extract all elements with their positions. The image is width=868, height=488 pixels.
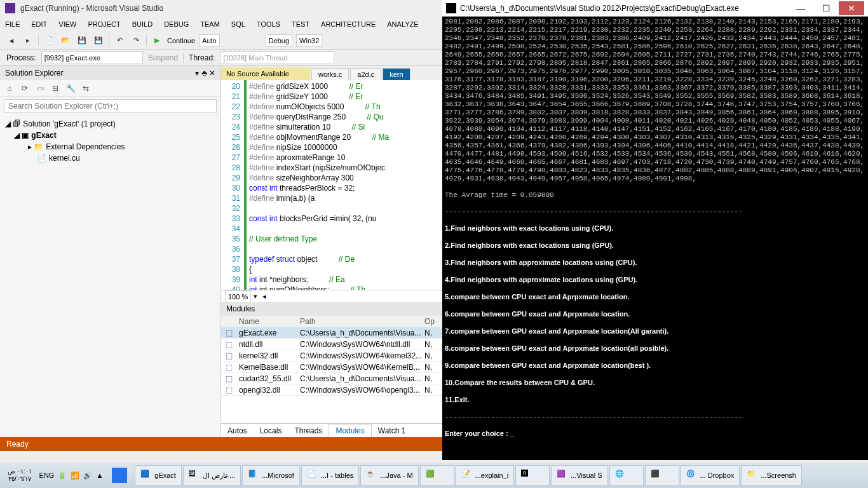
menu-view[interactable]: VIEW <box>58 20 76 28</box>
console-titlebar: C:\Users\a_h_d\Documents\Visual Studio 2… <box>442 0 868 17</box>
tree-project[interactable]: gExact <box>31 131 56 140</box>
start-button[interactable] <box>107 463 132 488</box>
sync-icon[interactable]: ⇆ <box>80 83 92 94</box>
editor-tabs: No Source Available works.c a2d.c kern <box>221 66 442 80</box>
modules-pane: Modules NamePathOp⬚gExact.exeC:\Users\a_… <box>221 302 442 423</box>
new-file-icon[interactable]: 📄 <box>43 34 55 47</box>
solution-tree[interactable]: ◢ 🗐Solution 'gExact' (1 project) ◢ ▣gExa… <box>0 116 220 437</box>
menu-test[interactable]: TEST <box>292 20 309 28</box>
module-row[interactable]: ⬚cudart32_55.dllC:\Users\a_h_d\Documents… <box>221 373 442 384</box>
suspend-button[interactable]: Suspend <box>148 53 178 62</box>
sol-search-input[interactable] <box>4 99 217 113</box>
menu-sql[interactable]: SQL <box>231 20 245 28</box>
console-output[interactable]: 2081,2082,2086,2087,2098,2102,2103,2112,… <box>442 17 868 460</box>
tab-kernel[interactable]: kern <box>383 68 410 80</box>
tree-solution[interactable]: Solution 'gExact' (1 project) <box>23 119 115 128</box>
no-source-tab[interactable]: No Source Available <box>221 67 310 80</box>
lang-indicator[interactable]: ENG <box>39 471 55 479</box>
module-row[interactable]: ⬚kernel32.dllC:\Windows\SysWOW64\kernel3… <box>221 350 442 362</box>
vs-toolbar: ◄ ▸ 📄 📂 💾 💾 ↶ ↷ ▶ Continue Auto Debug Wi… <box>0 32 442 50</box>
continue-label[interactable]: Continue <box>167 37 195 44</box>
sol-search <box>0 97 220 116</box>
task-item[interactable]: 📁...Screensh <box>741 465 802 485</box>
task-item[interactable]: 🟦gExact <box>135 465 182 485</box>
tab-a2d[interactable]: a2d.c <box>350 68 381 80</box>
config-platform-combo[interactable]: Win32 <box>296 34 322 47</box>
code-area[interactable]: 2021222324252627282930313233343536373839… <box>221 80 442 290</box>
thread-label: Thread: <box>189 53 215 62</box>
code-text[interactable]: #define gridSizeX 1000 // Er#define grid… <box>247 80 442 290</box>
task-item[interactable]: ⬛ <box>645 465 679 485</box>
bottom-tab-threads[interactable]: Threads <box>288 424 329 437</box>
menu-file[interactable]: FILE <box>5 20 20 28</box>
properties-icon[interactable]: 🔧 <box>65 83 76 94</box>
menu-team[interactable]: TEAM <box>200 20 220 28</box>
save-all-icon[interactable]: 💾 <box>92 34 105 47</box>
menu-debug[interactable]: DEBUG <box>164 20 189 28</box>
bottom-tab-watch 1[interactable]: Watch 1 <box>372 424 412 437</box>
modules-table[interactable]: NamePathOp⬚gExact.exeC:\Users\a_h_d\Docu… <box>221 316 442 423</box>
system-tray: ٠١:٠١ ص ٣٥/٠٦/١٧ ENG 🔋 📶 🔊 ▲ <box>0 468 107 483</box>
minimize-button[interactable]: — <box>788 1 813 15</box>
task-item[interactable]: 🌐 <box>609 465 644 485</box>
modules-title: Modules <box>221 303 442 316</box>
task-item[interactable]: 📄...I - tables <box>301 465 359 485</box>
continue-icon[interactable]: ▶ <box>151 34 163 47</box>
module-row[interactable]: ⬚ntdll.dllC:\Windows\SysWOW64\ntdll.dllN… <box>221 339 442 350</box>
undo-icon[interactable]: ↶ <box>113 34 126 47</box>
pane-pin-icon[interactable]: ▾ ⬘ ✕ <box>195 69 215 78</box>
visual-studio-window: gExact (Running) - Microsoft Visual Stud… <box>0 0 442 451</box>
task-item[interactable]: 📝...explain_i <box>456 465 515 485</box>
nav-fwd-icon[interactable]: ▸ <box>22 34 34 47</box>
vs-titlebar: gExact (Running) - Microsoft Visual Stud… <box>0 0 442 17</box>
taskbar: ٠١:٠١ ص ٣٥/٠٦/١٧ ENG 🔋 📶 🔊 ▲ 🟦gExact🖼عار… <box>0 463 868 488</box>
task-item[interactable]: ☕...Java - M <box>360 465 418 485</box>
clock[interactable]: ٠١:٠١ ص ٣٥/٠٦/١٧ <box>4 468 36 483</box>
tray-icon[interactable]: 🔋 <box>58 471 67 480</box>
zoom-combo[interactable]: 100 % <box>225 290 251 303</box>
tree-file-kernel[interactable]: kernel.cu <box>49 154 80 163</box>
menu-architecture[interactable]: ARCHITECTURE <box>321 20 376 28</box>
bottom-tab-modules[interactable]: Modules <box>329 424 371 437</box>
redo-icon[interactable]: ↷ <box>130 34 142 47</box>
tray-icon[interactable]: ▲ <box>96 471 103 479</box>
config-debug-combo[interactable]: Debug <box>266 34 292 47</box>
tree-external-deps[interactable]: External Dependencies <box>46 142 125 151</box>
config-auto-combo[interactable]: Auto <box>199 34 220 47</box>
refresh-icon[interactable]: ⟳ <box>19 83 31 94</box>
module-row[interactable]: ⬚gExact.exeC:\Users\a_h_d\Documents\Visu… <box>221 327 442 339</box>
task-item[interactable]: 🌀... Dropbox <box>681 465 740 485</box>
console-icon <box>446 3 456 13</box>
vs-menubar: FILEEDITVIEWPROJECTBUILDDEBUGTEAMSQLTOOL… <box>0 17 442 32</box>
task-item[interactable]: 📘...Microsof <box>242 465 300 485</box>
menu-tools[interactable]: TOOLS <box>257 20 280 28</box>
show-all-icon[interactable]: ▭ <box>34 83 46 94</box>
vs-process-bar: Process: [9932] gExact.exe Suspend Threa… <box>0 50 442 66</box>
menu-build[interactable]: BUILD <box>132 20 153 28</box>
menu-analyze[interactable]: ANALYZE <box>387 20 418 28</box>
collapse-icon[interactable]: ⊟ <box>50 83 61 94</box>
task-item[interactable]: 🟪...Visual S <box>551 465 607 485</box>
task-item[interactable]: 🅰 <box>515 465 550 485</box>
menu-project[interactable]: PROJECT <box>88 20 120 28</box>
process-combo[interactable]: [9932] gExact.exe <box>41 51 143 64</box>
module-row[interactable]: ⬚KernelBase.dllC:\Windows\SysWOW64\Kerne… <box>221 362 442 373</box>
maximize-button[interactable]: ☐ <box>813 1 839 15</box>
close-button[interactable]: ✕ <box>839 1 864 15</box>
tray-icon[interactable]: 📶 <box>71 471 79 480</box>
tray-icon[interactable]: 🔊 <box>83 471 92 480</box>
module-row[interactable]: ⬚opengl32.dllC:\Windows\SysWOW64\opengl3… <box>221 384 442 396</box>
task-item[interactable]: 🟩 <box>420 465 454 485</box>
menu-edit[interactable]: EDIT <box>31 20 47 28</box>
task-item[interactable]: 🖼عارض ال... <box>183 465 241 485</box>
home-icon[interactable]: ⌂ <box>4 83 15 94</box>
bottom-tab-autos[interactable]: Autos <box>221 424 254 437</box>
nav-back-icon[interactable]: ◄ <box>5 34 18 47</box>
save-icon[interactable]: 💾 <box>76 34 88 47</box>
tab-works[interactable]: works.c <box>311 68 349 80</box>
zoom-bar: 100 % ▾ ◂ <box>221 290 442 302</box>
bottom-tab-locals[interactable]: Locals <box>254 424 288 437</box>
open-icon[interactable]: 📂 <box>59 34 72 47</box>
solution-explorer-title: Solution Explorer ▾ ⬘ ✕ <box>0 66 220 80</box>
thread-combo[interactable]: [10228] Main Thread <box>220 51 334 64</box>
